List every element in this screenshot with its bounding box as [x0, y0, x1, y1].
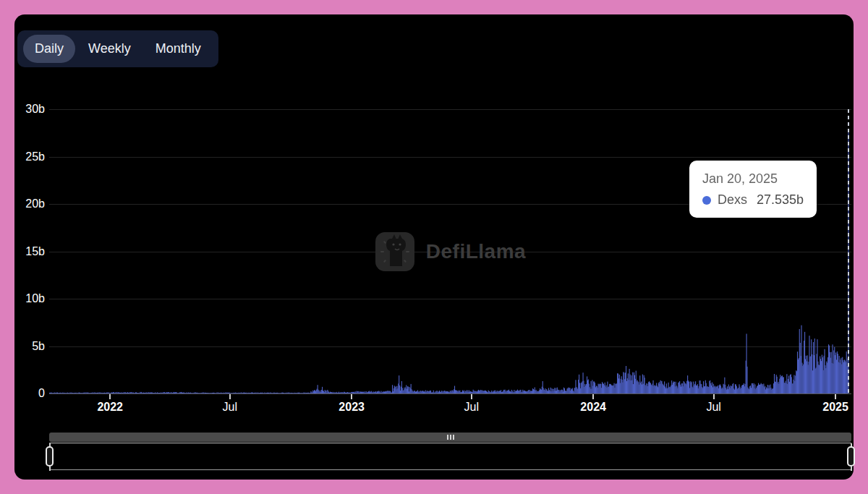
x-tick-label: Jul	[706, 401, 720, 414]
x-tick-label: 2024	[580, 401, 606, 414]
x-tick-label: Jul	[464, 401, 479, 414]
y-tick-label: 30b	[25, 103, 45, 116]
x-tick-mark	[351, 394, 352, 399]
x-tick-label: 2022	[97, 401, 123, 414]
x-tick-mark	[471, 394, 472, 399]
range-handle-right[interactable]	[847, 446, 855, 467]
range-handle-left[interactable]	[46, 446, 54, 467]
plot-area[interactable]: DefiLlama	[49, 109, 851, 393]
y-tick-label: 25b	[25, 150, 45, 163]
page: { "frame": { "bg_color": "#dd80bd", "pan…	[0, 0, 868, 494]
crosshair-line	[848, 109, 849, 393]
tab-monthly[interactable]: Monthly	[144, 35, 213, 63]
x-tick-mark	[592, 394, 594, 399]
y-tick-label: 15b	[25, 245, 45, 258]
x-tick-mark	[713, 394, 715, 399]
x-axis-line	[49, 393, 851, 394]
y-tick-label: 20b	[25, 197, 45, 210]
zoom-range-selector[interactable]	[49, 443, 851, 470]
tab-daily[interactable]: Daily	[23, 35, 75, 63]
tab-weekly[interactable]: Weekly	[77, 35, 142, 63]
x-tick-mark	[229, 394, 231, 399]
horizontal-scrollbar[interactable]	[49, 433, 851, 442]
series-dot-icon	[702, 196, 711, 205]
y-tick-label: 0	[38, 387, 45, 400]
chart-tooltip: Jan 20, 2025 Dexs 27.535b	[689, 161, 817, 218]
interval-tabs: Daily Weekly Monthly	[17, 30, 218, 67]
y-tick-label: 5b	[32, 340, 45, 353]
x-tick-label: 2025	[822, 401, 848, 414]
tooltip-date: Jan 20, 2025	[702, 171, 804, 187]
tooltip-series-name: Dexs	[718, 192, 747, 208]
tooltip-value: 27.535b	[757, 192, 804, 208]
y-tick-label: 10b	[25, 292, 45, 305]
dex-volume-bars	[49, 109, 851, 393]
x-tick-mark	[109, 394, 111, 399]
x-tick-label: 2023	[339, 401, 365, 414]
x-tick-label: Jul	[223, 401, 237, 414]
chart-panel: Daily Weekly Monthly DefiLlama 05b10b15	[14, 14, 854, 480]
scrollbar-grip-icon	[447, 435, 454, 440]
x-tick-mark	[835, 394, 836, 399]
